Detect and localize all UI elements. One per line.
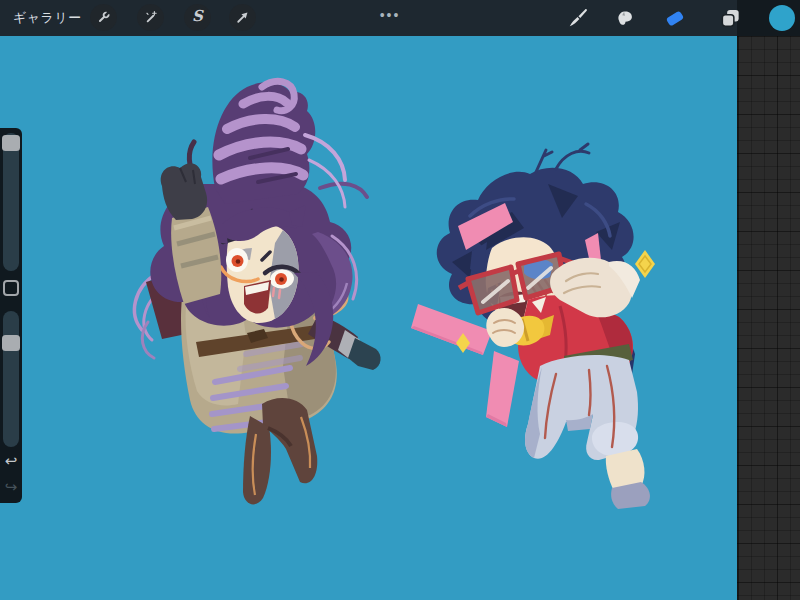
canvas-artwork [0, 36, 737, 600]
actions-button[interactable] [90, 4, 117, 31]
transform-arrow-icon [234, 9, 251, 26]
magic-wand-icon [142, 9, 159, 26]
top-toolbar: ギャラリー S [0, 0, 800, 36]
layers-icon [719, 7, 742, 30]
brush-size-slider[interactable] [3, 133, 19, 271]
color-swatch[interactable] [769, 5, 795, 31]
right-pants [525, 355, 650, 509]
canvas-menu-dots[interactable]: ••• [368, 7, 412, 23]
redo-button[interactable]: ↪ [0, 478, 22, 496]
wrench-icon [95, 9, 112, 26]
selection-button[interactable]: S [184, 4, 211, 31]
smudge-tool-button[interactable] [613, 6, 637, 30]
adjustments-button[interactable] [137, 4, 164, 31]
sidebar-controls: ↩ ↪ [0, 128, 22, 503]
drawing-canvas[interactable] [0, 36, 737, 600]
paint-tool-button[interactable] [566, 6, 590, 30]
brush-size-handle[interactable] [2, 135, 20, 151]
layers-button[interactable] [718, 6, 742, 30]
eraser-icon [663, 6, 687, 30]
smudge-icon [614, 7, 636, 29]
character-left [134, 81, 380, 504]
brush-icon [567, 7, 589, 29]
undo-button[interactable]: ↩ [0, 452, 22, 470]
erase-tool-button[interactable] [663, 6, 687, 30]
opacity-slider[interactable] [3, 311, 19, 447]
modify-button[interactable] [3, 280, 19, 296]
selection-s-icon: S [192, 9, 203, 24]
character-right [411, 144, 655, 509]
workspace-outside-canvas [737, 36, 800, 600]
procreate-window: ギャラリー S [0, 0, 800, 600]
opacity-handle[interactable] [2, 335, 20, 351]
gallery-button[interactable]: ギャラリー [13, 9, 82, 27]
transform-button[interactable] [229, 4, 256, 31]
